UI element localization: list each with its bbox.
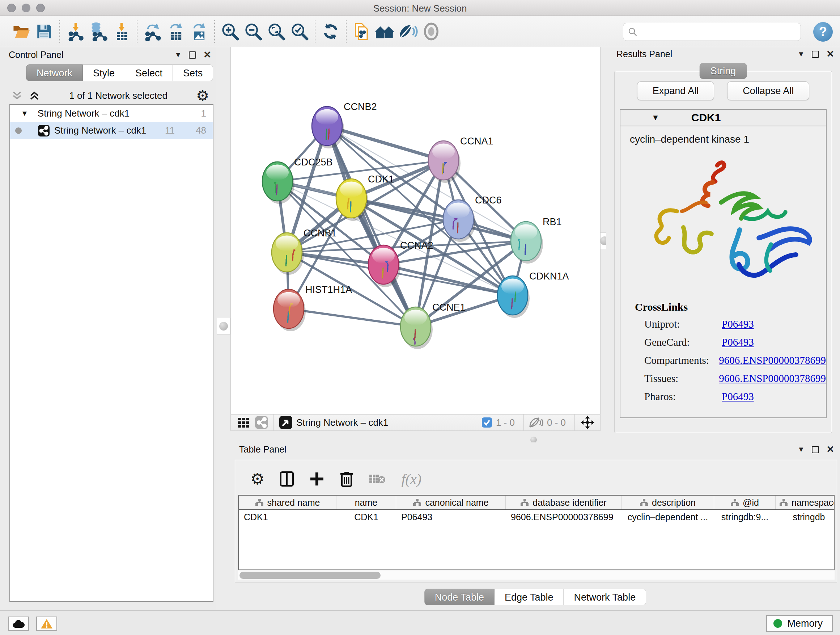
- network-collection-row[interactable]: ▼ String Network – cdk1 1: [10, 105, 213, 122]
- node-CCNA1[interactable]: CCNA1: [428, 136, 493, 183]
- crosslink-value-link[interactable]: 9606.ENSP00000378699: [719, 372, 826, 385]
- export-image-button[interactable]: [187, 20, 210, 43]
- table-cell[interactable]: stringdb: [775, 510, 835, 524]
- help-button[interactable]: ?: [813, 22, 833, 42]
- edge-HIST1H1A-CCNE1[interactable]: [289, 309, 416, 326]
- results-close-icon[interactable]: ✕: [826, 49, 834, 60]
- collapse-triangle-icon[interactable]: ▼: [21, 109, 28, 118]
- add-column-icon[interactable]: [309, 471, 325, 486]
- column-header-namespace[interactable]: namespace: [775, 496, 835, 509]
- warnings-button[interactable]: [36, 616, 57, 631]
- first-neighbors-button[interactable]: [373, 20, 396, 43]
- refresh-button[interactable]: [319, 20, 342, 43]
- zoom-in-button[interactable]: [218, 20, 242, 43]
- hidden-eye-icon: [529, 416, 543, 429]
- network-row[interactable]: String Network – cdk1 11 48: [10, 122, 213, 139]
- column-header-canonical-name[interactable]: canonical name: [396, 496, 506, 509]
- search-input[interactable]: [638, 25, 801, 39]
- table-options-gear-icon[interactable]: ⚙: [250, 471, 264, 487]
- node-details-header[interactable]: ▼ CDK1: [621, 110, 826, 126]
- import-table-button[interactable]: [110, 20, 133, 43]
- table-cell[interactable]: P06493: [396, 510, 506, 524]
- tab-style[interactable]: Style: [83, 65, 125, 81]
- import-network-button[interactable]: [64, 20, 87, 43]
- table-menu-icon[interactable]: ▼: [797, 445, 805, 454]
- network-options-gear-icon[interactable]: ⚙: [196, 88, 209, 103]
- column-header-name[interactable]: name: [336, 496, 396, 509]
- export-table-button[interactable]: [164, 20, 187, 43]
- delete-column-icon[interactable]: [340, 471, 354, 487]
- expand-all-button[interactable]: Expand All: [637, 81, 714, 100]
- hide-selected-button[interactable]: [396, 20, 420, 43]
- table-float-icon[interactable]: [812, 446, 819, 453]
- tab-string[interactable]: String: [699, 63, 747, 79]
- tab-sets[interactable]: Sets: [173, 65, 213, 81]
- birds-eye-view-icon[interactable]: [279, 416, 293, 429]
- node-RB1[interactable]: RB1: [511, 217, 562, 264]
- crosslink-value-link[interactable]: 9606.ENSP00000378699: [719, 355, 826, 366]
- tab-edge-table[interactable]: Edge Table: [494, 589, 564, 605]
- node-label-RB1: RB1: [543, 217, 562, 227]
- panel-menu-icon[interactable]: ▼: [174, 51, 182, 59]
- scrollbar-thumb[interactable]: [240, 572, 381, 579]
- network-view-icon[interactable]: [255, 416, 268, 429]
- crosslink-value-link[interactable]: P06493: [722, 336, 754, 348]
- table-cell[interactable]: cyclin–dependent ...: [622, 510, 714, 524]
- open-session-button[interactable]: [9, 20, 33, 43]
- selected-checkbox-icon[interactable]: [482, 417, 493, 428]
- table-cell[interactable]: 9606.ENSP00000378699: [506, 510, 622, 524]
- close-panel-icon[interactable]: ✕: [203, 49, 211, 60]
- tab-network-table[interactable]: Network Table: [564, 589, 646, 605]
- left-splitter-handle[interactable]: [217, 318, 231, 334]
- column-header-shared-name[interactable]: shared name: [239, 496, 336, 509]
- grid-view-icon[interactable]: [237, 416, 249, 429]
- pan-mode-icon[interactable]: [580, 415, 595, 430]
- network-canvas[interactable]: CCNB2CCNA1CDC25BCDK1CDC6RB1CCNB1CCNA2CDK…: [231, 47, 600, 414]
- table-close-icon[interactable]: ✕: [826, 444, 834, 455]
- save-session-button[interactable]: [33, 20, 56, 43]
- zoom-selected-button[interactable]: [288, 20, 311, 43]
- copy-network-icon: [352, 22, 371, 41]
- crosslink-label: Compartments:: [644, 355, 719, 366]
- edge-CCNB2-CCNA1[interactable]: [327, 126, 444, 160]
- tab-network[interactable]: Network: [26, 65, 83, 81]
- crosslink-value-link[interactable]: P06493: [722, 391, 754, 402]
- cloud-icon: [12, 619, 25, 629]
- import-network-from-database-button[interactable]: [87, 20, 110, 43]
- network-graph[interactable]: CCNB2CCNA1CDC25BCDK1CDC6RB1CCNB1CCNA2CDK…: [231, 47, 600, 413]
- results-float-icon[interactable]: [812, 51, 819, 58]
- crosslink-value-link[interactable]: P06493: [722, 318, 754, 330]
- results-panel: Results Panel ▼ ✕ String Expand All Coll…: [606, 47, 840, 442]
- search-field[interactable]: [623, 23, 801, 41]
- results-menu-icon[interactable]: ▼: [797, 50, 805, 58]
- node-HIST1H1A[interactable]: HIST1H1A: [273, 284, 352, 331]
- crosslink-label: Uniprot:: [644, 318, 722, 330]
- node-CCNE1[interactable]: CCNE1: [401, 302, 466, 349]
- table-cell[interactable]: CDK1: [336, 510, 396, 524]
- table-cell[interactable]: CDK1: [239, 510, 336, 524]
- collapse-all-button[interactable]: Collapse All: [727, 81, 809, 100]
- expand-all-icon[interactable]: [28, 89, 41, 102]
- float-panel-icon[interactable]: [189, 51, 196, 59]
- export-network-button[interactable]: [141, 20, 164, 43]
- column-header-description[interactable]: description: [622, 496, 714, 509]
- tab-node-table[interactable]: Node Table: [424, 589, 494, 605]
- table-horizontal-scrollbar[interactable]: [238, 571, 835, 580]
- node-CDC6[interactable]: CDC6: [443, 195, 502, 242]
- table-cell[interactable]: stringdb:9...: [714, 510, 775, 524]
- clone-network-button[interactable]: [350, 20, 373, 43]
- crosslink-label: Pharos:: [644, 391, 722, 402]
- column-header--id[interactable]: @id: [714, 496, 775, 509]
- collapse-all-icon[interactable]: [11, 89, 23, 102]
- show-columns-icon[interactable]: [279, 471, 294, 487]
- cloud-status-button[interactable]: [8, 616, 29, 631]
- show-all-button[interactable]: [420, 20, 443, 43]
- entry-collapse-triangle-icon[interactable]: ▼: [652, 113, 660, 122]
- tab-select[interactable]: Select: [125, 65, 173, 81]
- column-header-database-identifier[interactable]: database identifier: [506, 496, 622, 509]
- table-row[interactable]: CDK1CDK1P064939606.ENSP00000378699cyclin…: [239, 510, 834, 524]
- zoom-out-button[interactable]: [242, 20, 265, 43]
- memory-button[interactable]: Memory: [766, 615, 833, 632]
- zoom-fit-button[interactable]: [265, 20, 288, 43]
- node-CDKN1A[interactable]: CDKN1A: [497, 271, 569, 318]
